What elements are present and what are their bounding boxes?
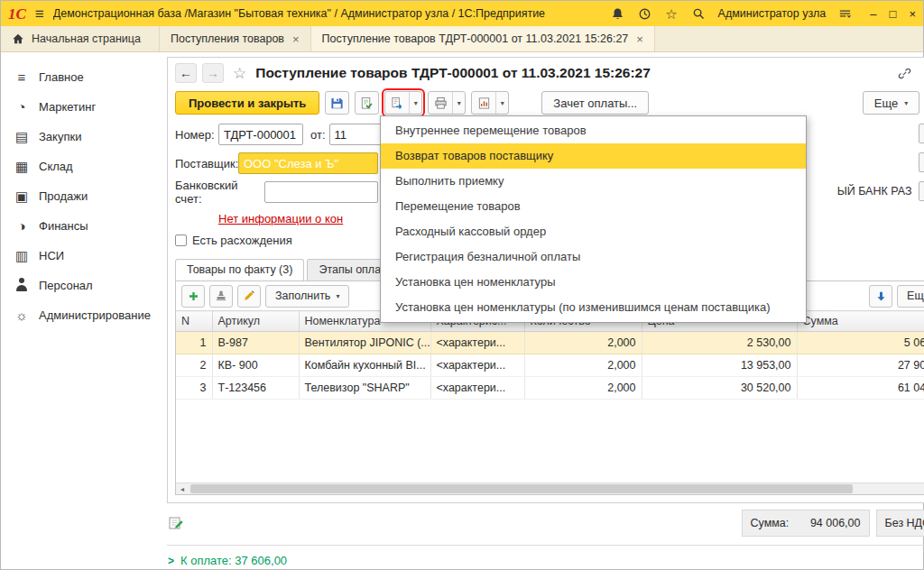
forward-button[interactable]: → bbox=[202, 63, 224, 83]
sidebar-item-main[interactable]: ≡ Главное bbox=[1, 62, 160, 92]
menu-item-set-prices[interactable]: Установка цен номенклатуры bbox=[381, 270, 806, 295]
history-icon[interactable] bbox=[637, 6, 652, 22]
favorite-star-icon[interactable]: ☆ bbox=[233, 64, 246, 83]
scroll-left-icon[interactable]: ◂ bbox=[176, 483, 189, 494]
sidebar-item-administration[interactable]: ☼ Администрирование bbox=[1, 300, 160, 330]
fill-button[interactable]: Заполнить▾ bbox=[265, 285, 349, 308]
sidebar-item-personnel[interactable]: Персонал bbox=[1, 271, 160, 300]
number-input[interactable] bbox=[218, 124, 303, 145]
search-icon[interactable] bbox=[691, 6, 707, 22]
save-button[interactable] bbox=[325, 91, 349, 115]
finance-icon: ◑ bbox=[14, 219, 30, 233]
add-row-button[interactable] bbox=[181, 285, 205, 308]
marketing-icon: ◔ bbox=[14, 100, 30, 114]
printer-icon bbox=[429, 92, 452, 114]
tab-strip: Начальная страница Поступления товаров ×… bbox=[1, 26, 923, 52]
supplier-label: Поставщик: bbox=[175, 157, 235, 170]
menu-item-perform-acceptance[interactable]: Выполнить приемку bbox=[381, 169, 806, 194]
chevron-down-icon[interactable]: ▾ bbox=[452, 92, 465, 114]
bank-name-fragment: ЫЙ БАНК РАЗ bbox=[837, 185, 912, 198]
discrepancy-checkbox[interactable] bbox=[175, 234, 187, 246]
menu-item-cashless-payment[interactable]: Регистрация безналичной оплаты bbox=[381, 244, 806, 270]
sidebar-item-finance[interactable]: ◑ Финансы bbox=[1, 211, 160, 241]
document-toolbar: Провести и закрыть ▾ bbox=[175, 88, 924, 117]
bank-combo-remnant: ЫЙ БАНК РАЗ ▾ bbox=[837, 181, 924, 201]
tab-receipt-document[interactable]: Поступление товаров ТДРТ-000001 от 11.03… bbox=[311, 26, 655, 51]
tab-close-icon[interactable]: × bbox=[636, 32, 643, 46]
horizontal-scrollbar[interactable]: ◂ ▸ bbox=[176, 483, 924, 494]
vat-box: Без НДС bbox=[876, 510, 924, 537]
table-row[interactable]: 2 КВ- 900 Комбайн кухонный BI... <характ… bbox=[176, 354, 924, 377]
current-user[interactable]: Администратор узла bbox=[718, 7, 827, 20]
col-header-sum: Сумма bbox=[797, 311, 924, 332]
application-window: 1С ≡ Демонстрационная база /Магазин "Быт… bbox=[0, 0, 924, 570]
sidebar-item-warehouse[interactable]: ▦ Склад bbox=[1, 152, 160, 181]
scrollbar-track[interactable] bbox=[189, 483, 924, 494]
titlebar-actions: ☆ Администратор узла – □ × bbox=[610, 6, 916, 22]
menu-item-internal-transfer[interactable]: Внутреннее перемещение товаров bbox=[381, 118, 806, 143]
table-row[interactable]: 3 Т-123456 Телевизор "SHARP" <характери.… bbox=[176, 377, 924, 400]
dropdown-arrow-icon[interactable]: ▾ bbox=[919, 152, 924, 172]
menu-item-cash-expense-order[interactable]: Расходный кассовый ордер bbox=[381, 219, 806, 244]
move-down-button[interactable] bbox=[869, 285, 892, 308]
post-button[interactable] bbox=[355, 91, 379, 115]
maximize-button[interactable]: □ bbox=[890, 7, 897, 21]
chevron-down-icon[interactable]: ▾ bbox=[495, 92, 508, 114]
menu-item-set-prices-changed[interactable]: Установка цен номенклатуры (по изменивши… bbox=[381, 295, 806, 320]
notifications-bell-icon[interactable] bbox=[610, 6, 625, 22]
number-label: Номер: bbox=[175, 128, 215, 142]
main-section-icon: ≡ bbox=[14, 70, 30, 84]
pick-items-button[interactable] bbox=[209, 285, 233, 308]
create-based-on-button[interactable]: ▾ bbox=[384, 91, 422, 115]
document-title: Поступление товаров ТДРТ-000001 от 11.03… bbox=[255, 65, 651, 81]
post-and-close-button[interactable]: Провести и закрыть bbox=[175, 91, 319, 115]
sidebar-item-sales[interactable]: ▣ Продажи bbox=[1, 181, 160, 211]
payable-link[interactable]: К оплате: 37 606,00 bbox=[180, 554, 287, 567]
back-button[interactable]: ← bbox=[175, 63, 197, 83]
sidebar-item-marketing[interactable]: ◔ Маркетинг bbox=[1, 92, 160, 122]
sum-value: 94 006,00 bbox=[810, 517, 861, 529]
date-input[interactable] bbox=[329, 124, 385, 145]
sum-label: Сумма: bbox=[751, 517, 790, 529]
bank-account-label: Банковский счет: bbox=[175, 179, 261, 206]
tab-label: Поступления товаров bbox=[171, 32, 284, 45]
create-based-on-menu: Внутреннее перемещение товаров Возврат т… bbox=[380, 115, 807, 323]
main-menu-icon[interactable]: ≡ bbox=[35, 6, 44, 22]
edit-row-button[interactable] bbox=[237, 285, 261, 308]
settings-menu-icon[interactable] bbox=[837, 6, 853, 22]
comment-icon[interactable] bbox=[168, 515, 184, 531]
favorites-star-icon[interactable]: ☆ bbox=[664, 6, 679, 22]
col-header-n: N bbox=[176, 311, 212, 332]
home-tab[interactable]: Начальная страница bbox=[1, 26, 160, 51]
home-tab-label: Начальная страница bbox=[32, 32, 141, 45]
dropdown-arrow-icon[interactable]: ▾ bbox=[919, 124, 924, 143]
more-actions-button[interactable]: Еще▾ bbox=[863, 91, 919, 115]
close-button[interactable]: × bbox=[909, 7, 916, 21]
dropdown-arrow-icon[interactable]: ▾ bbox=[919, 181, 924, 201]
menu-item-return-to-supplier[interactable]: Возврат товаров поставщику bbox=[381, 143, 806, 169]
print-button[interactable]: ▾ bbox=[428, 91, 466, 115]
items-more-button[interactable]: Еще▾ bbox=[897, 285, 924, 308]
bank-account-input[interactable] bbox=[264, 181, 378, 203]
gear-icon: ☼ bbox=[14, 308, 30, 322]
chevron-down-icon[interactable]: ▾ bbox=[409, 92, 421, 114]
menu-item-goods-transfer[interactable]: Перемещение товаров bbox=[381, 194, 806, 219]
payment-offset-button[interactable]: Зачет оплаты... bbox=[541, 91, 649, 115]
table-row[interactable]: 1 В-987 Вентилятор JIPONIC (... <характе… bbox=[176, 332, 924, 354]
expand-arrow-icon[interactable]: > bbox=[168, 555, 174, 567]
document-footer: Сумма: 94 006,00 Без НДС bbox=[167, 509, 924, 538]
warehouse-icon: ▦ bbox=[14, 160, 30, 173]
sidebar-item-nsi[interactable]: ▥ НСИ bbox=[1, 241, 160, 271]
tab-close-icon[interactable]: × bbox=[292, 32, 300, 46]
minimize-button[interactable]: – bbox=[870, 7, 876, 21]
reports-button[interactable]: ▾ bbox=[471, 91, 509, 115]
scrollbar-thumb[interactable] bbox=[190, 484, 853, 493]
get-link-icon[interactable] bbox=[897, 66, 912, 81]
tab-goods-actual[interactable]: Товары по факту (3) bbox=[175, 259, 304, 281]
sidebar-item-purchases[interactable]: ▤ Закупки bbox=[1, 122, 160, 152]
items-table: N Артикул Номенклатура Характерис... Кол… bbox=[176, 310, 924, 400]
no-contact-info-link[interactable]: Нет информации о кон bbox=[218, 212, 343, 225]
col-header-article: Артикул bbox=[212, 311, 299, 332]
supplier-input[interactable] bbox=[238, 152, 378, 174]
tab-receipts-list[interactable]: Поступления товаров × bbox=[160, 26, 311, 51]
